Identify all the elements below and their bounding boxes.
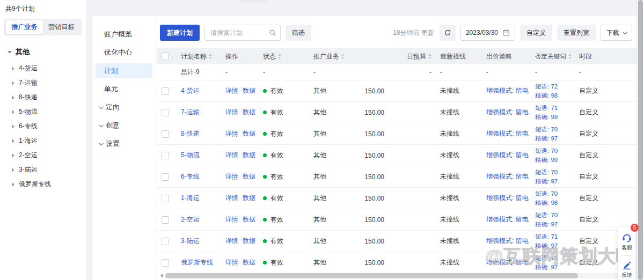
row-checkbox[interactable] — [162, 152, 169, 159]
sort-icon[interactable] — [428, 54, 431, 59]
negative-exact-link[interactable]: 精确: 98 — [535, 198, 572, 208]
action-detail[interactable]: 详情 — [225, 172, 238, 181]
action-data[interactable]: 数据 — [243, 215, 255, 224]
reset-columns-button[interactable]: 重置列宽 — [557, 25, 596, 41]
action-data[interactable]: 数据 — [243, 237, 255, 246]
feedback-button[interactable]: 反馈 — [621, 259, 632, 280]
bid-strategy-link[interactable]: 增强模式: 留电 — [486, 216, 529, 223]
horizontal-scroll-thumb[interactable] — [165, 273, 578, 278]
bid-strategy-link[interactable]: 增强模式: 留电 — [486, 108, 529, 116]
nav-item-0[interactable]: 账户概览 — [96, 27, 152, 42]
tree-item-4[interactable]: 6-专线 — [4, 119, 82, 134]
bid-strategy-link[interactable]: 增强模式: 留电 — [486, 87, 529, 94]
plan-name-link[interactable]: 俄罗斯专线 — [181, 259, 213, 266]
column-header-business[interactable]: 推广业务 — [301, 52, 343, 61]
plan-name-link[interactable]: 2-空运 — [181, 216, 200, 223]
row-checkbox[interactable] — [162, 130, 169, 138]
plan-name-link[interactable]: 3-陆运 — [181, 237, 200, 245]
action-detail[interactable]: 详情 — [225, 151, 238, 160]
vertical-scroll-thumb[interactable] — [638, 0, 643, 280]
tree-item-7[interactable]: 3-陆运 — [4, 163, 82, 177]
negative-exact-link[interactable]: 精确: 97 — [535, 134, 572, 143]
action-detail[interactable]: 详情 — [225, 86, 238, 95]
negative-phrase-link[interactable]: 短语: 70 — [535, 211, 572, 220]
action-detail[interactable]: 详情 — [225, 258, 238, 267]
row-checkbox[interactable] — [162, 259, 169, 267]
column-header-ops[interactable]: 操作 — [220, 52, 260, 61]
row-checkbox[interactable] — [162, 173, 169, 181]
action-data[interactable]: 数据 — [243, 86, 255, 95]
action-data[interactable]: 数据 — [243, 151, 255, 160]
action-data[interactable]: 数据 — [243, 129, 255, 138]
nav-item-5[interactable]: 创意 — [96, 118, 152, 133]
download-button[interactable]: 下载 — [601, 25, 632, 41]
plan-name-link[interactable]: 7-运输 — [181, 108, 200, 116]
bid-strategy-link[interactable]: 增强模式: 留电 — [486, 237, 529, 245]
tree-root-node[interactable]: 其他 — [4, 45, 82, 61]
plan-name-link[interactable]: 1-海运 — [181, 194, 200, 202]
nav-item-3[interactable]: 单元 — [96, 82, 152, 97]
negative-phrase-link[interactable]: 短语: 70 — [535, 168, 572, 177]
column-header-bid[interactable]: 出价策略 — [472, 52, 531, 61]
negative-phrase-link[interactable]: 短语: 70 — [535, 146, 572, 156]
bid-strategy-link[interactable]: 增强模式: 留电 — [486, 151, 529, 159]
column-header-status[interactable]: 状态 — [260, 52, 301, 61]
negative-exact-link[interactable]: 精确: 97 — [535, 263, 572, 272]
action-detail[interactable]: 详情 — [225, 129, 238, 138]
row-checkbox[interactable] — [162, 216, 169, 224]
row-checkbox[interactable] — [162, 195, 169, 202]
negative-exact-link[interactable]: 精确: 99 — [535, 156, 572, 165]
select-all-checkbox[interactable] — [162, 53, 169, 60]
plan-name-link[interactable]: 5-物流 — [181, 151, 200, 159]
sidebar-tab-1[interactable]: 营销目标 — [43, 20, 80, 34]
date-picker[interactable]: 2023/03/30 — [460, 25, 515, 41]
action-data[interactable]: 数据 — [243, 172, 255, 181]
plan-name-link[interactable]: 8-快递 — [181, 130, 200, 137]
negative-exact-link[interactable]: 精确: 98 — [535, 91, 572, 100]
tree-item-3[interactable]: 5-物流 — [4, 105, 82, 119]
action-detail[interactable]: 详情 — [225, 194, 238, 203]
column-header-name[interactable]: 计划名称 — [173, 52, 220, 61]
tree-item-2[interactable]: 8-快递 — [4, 90, 82, 105]
bid-strategy-link[interactable]: 增强模式: 留电 — [486, 259, 529, 266]
column-header-negative[interactable]: 否定关键词 — [531, 52, 572, 61]
column-header-crash[interactable]: 最新撞线 — [436, 52, 472, 61]
plan-name-link[interactable]: 6-专线 — [181, 173, 200, 180]
negative-phrase-link[interactable]: 短语: 70 — [535, 125, 572, 134]
customer-service-button[interactable]: 客服 — [621, 231, 632, 253]
tree-item-6[interactable]: 2-空运 — [4, 148, 82, 163]
nav-item-1[interactable]: 优化中心 — [96, 45, 152, 60]
sidebar-tab-0[interactable]: 推广业务 — [6, 20, 43, 34]
negative-exact-link[interactable]: 精确: 97 — [535, 220, 572, 229]
tree-item-0[interactable]: 4-货运 — [4, 61, 82, 76]
tree-item-8[interactable]: 俄罗斯专线 — [4, 177, 82, 191]
action-detail[interactable]: 详情 — [225, 215, 238, 224]
custom-button[interactable]: 自定义 — [520, 25, 552, 41]
action-data[interactable]: 数据 — [243, 108, 255, 117]
filter-button[interactable]: 筛选 — [286, 25, 311, 41]
column-header-schedule[interactable]: 时段 — [572, 52, 636, 61]
action-data[interactable]: 数据 — [243, 194, 255, 203]
scroll-left-arrow-icon[interactable] — [160, 274, 163, 278]
refresh-button[interactable] — [440, 25, 456, 41]
row-checkbox[interactable] — [162, 238, 169, 245]
bid-strategy-link[interactable]: 增强模式: 留电 — [486, 173, 529, 180]
nav-item-4[interactable]: 定向 — [96, 100, 152, 115]
negative-exact-link[interactable]: 精确: 99 — [535, 113, 572, 122]
negative-exact-link[interactable]: 精确: 97 — [535, 177, 572, 186]
negative-exact-link[interactable]: 精确: 97 — [535, 241, 572, 250]
sort-icon[interactable] — [209, 54, 212, 59]
new-plan-button[interactable]: 新建计划 — [160, 25, 200, 41]
negative-phrase-link[interactable]: 短语: 71 — [535, 232, 572, 241]
sort-icon[interactable] — [568, 54, 572, 59]
vertical-scrollbar[interactable] — [636, 0, 644, 280]
search-icon[interactable] — [269, 29, 276, 36]
bid-strategy-link[interactable]: 增强模式: 留电 — [486, 194, 529, 202]
negative-phrase-link[interactable]: 短语: 70 — [535, 189, 572, 198]
action-detail[interactable]: 详情 — [225, 237, 238, 246]
negative-phrase-link[interactable]: 短语: 71 — [535, 104, 572, 113]
row-checkbox[interactable] — [162, 109, 169, 116]
negative-phrase-link[interactable]: 短语: 71 — [535, 254, 572, 263]
row-checkbox[interactable] — [162, 87, 169, 95]
horizontal-scroll-track[interactable] — [165, 273, 634, 278]
